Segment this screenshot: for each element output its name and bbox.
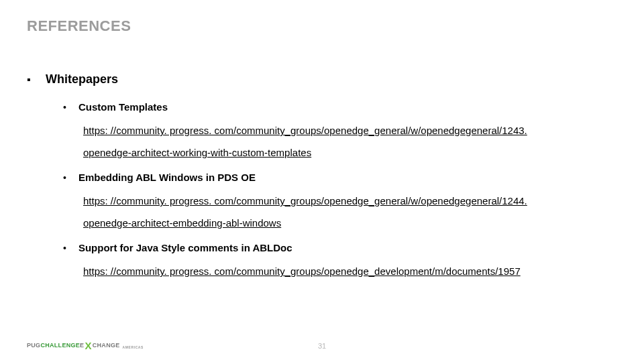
item-link[interactable]: https: //community. progress. com/commun… — [83, 119, 617, 164]
link-line: https: //community. progress. com/commun… — [83, 190, 617, 212]
item-link[interactable]: https: //community. progress. com/commun… — [83, 260, 617, 282]
item-heading: Support for Java Style comments in ABLDo… — [78, 242, 292, 253]
item-embedding-abl: • Embedding ABL Windows in PDS OE https:… — [63, 172, 617, 234]
bullet-level2: • Custom Templates — [63, 101, 617, 113]
logo-pug: PUG — [27, 342, 40, 349]
square-bullet-icon: ▪ — [27, 74, 34, 85]
dot-bullet-icon: • — [63, 243, 66, 253]
link-line: openedge-architect-embedding-abl-windows — [83, 212, 617, 234]
logo-change: CHANGE — [93, 342, 120, 349]
dot-bullet-icon: • — [63, 103, 66, 112]
page-number: 31 — [318, 342, 326, 350]
item-heading: Custom Templates — [78, 101, 168, 113]
logo-x-icon: X — [85, 341, 91, 351]
logo-sub: AMERICAS — [123, 345, 144, 349]
item-heading: Embedding ABL Windows in PDS OE — [78, 172, 256, 183]
item-custom-templates: • Custom Templates https: //community. p… — [63, 101, 617, 164]
bullet-level2: • Embedding ABL Windows in PDS OE — [63, 172, 617, 183]
slide-title: REFERENCES — [27, 17, 131, 35]
bullet-level2: • Support for Java Style comments in ABL… — [63, 242, 617, 253]
level1-label: Whitepapers — [46, 72, 118, 86]
footer-logo: PUG CHALLENGE E X CHANGE AMERICAS — [27, 340, 144, 350]
link-line: openedge-architect-working-with-custom-t… — [83, 141, 617, 164]
item-java-comments: • Support for Java Style comments in ABL… — [63, 242, 617, 282]
link-line: https: //community. progress. com/commun… — [83, 119, 617, 141]
logo-challenge: CHALLENGE — [40, 342, 80, 349]
logo-e: E — [80, 342, 84, 349]
link-line: https: //community. progress. com/commun… — [83, 260, 617, 282]
item-link[interactable]: https: //community. progress. com/commun… — [83, 190, 617, 234]
dot-bullet-icon: • — [63, 173, 66, 182]
content-area: ▪ Whitepapers • Custom Templates https: … — [27, 72, 617, 286]
bullet-level1: ▪ Whitepapers — [27, 72, 617, 86]
